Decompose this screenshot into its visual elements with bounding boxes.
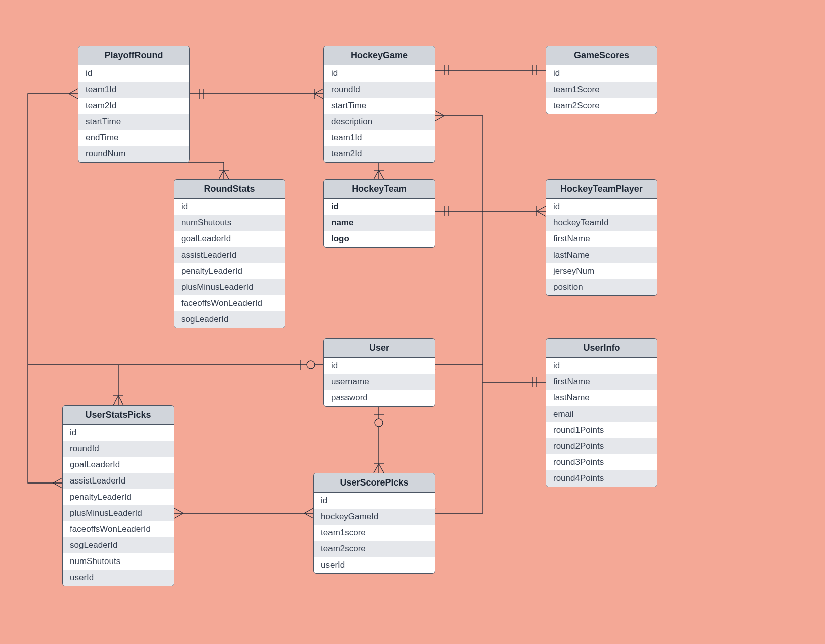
field: sogLeaderId [174,311,285,328]
entity-userstatspicks[interactable]: UserStatsPicks id roundId goalLeaderId a… [62,405,174,586]
svg-point-49 [375,419,383,427]
field: userId [314,557,435,573]
svg-line-55 [174,513,183,518]
field: faceoffsWonLeaderId [63,521,174,537]
field: id [324,65,435,82]
field: hockeyTeamId [546,215,657,231]
field: team2Id [78,98,189,114]
field: firstName [546,231,657,247]
svg-line-14 [219,170,224,179]
rel-hockeyteam-hockeyteamplayer [435,206,546,216]
svg-line-27 [537,206,546,211]
field: id [324,199,435,215]
entity-title: UserStatsPicks [63,406,174,425]
field: id [546,65,657,82]
field: id [546,358,657,374]
field: numShutouts [174,215,285,231]
field: round3Points [546,454,657,470]
field: roundId [324,82,435,98]
field: logo [324,231,435,247]
field: name [324,215,435,231]
svg-line-33 [435,111,444,116]
rel-hockeygame-gamescores [435,65,546,75]
svg-line-22 [379,170,384,179]
svg-line-42 [53,483,62,488]
svg-line-15 [224,170,229,179]
svg-line-34 [435,116,444,121]
field: lastName [546,247,657,263]
svg-line-39 [69,89,78,94]
svg-line-4 [314,94,323,99]
field: startTime [324,98,435,114]
field: team2Id [324,146,435,162]
field: id [174,199,285,215]
field: roundId [63,441,174,457]
field: password [324,390,435,406]
svg-line-40 [69,94,78,99]
entity-title: UserScorePicks [314,473,435,493]
field: endTime [78,130,189,146]
field: team1score [314,525,435,541]
field: team1Id [324,130,435,146]
field: penaltyLeaderId [174,263,285,279]
field: team2Score [546,98,657,114]
field: hockeyGameId [314,509,435,525]
field: firstName [546,374,657,390]
field: position [546,279,657,295]
entity-userinfo[interactable]: UserInfo id firstName lastName email rou… [546,338,657,487]
entity-hockeyteamplayer[interactable]: HockeyTeamPlayer id hockeyTeamId firstNa… [546,179,657,296]
field: goalLeaderId [63,457,174,473]
field: id [546,199,657,215]
entity-user[interactable]: User id username password [323,338,435,407]
entity-hockeygame[interactable]: HockeyGame id roundId startTime descript… [323,46,435,163]
rel-playoffround-hockeygame [190,89,323,99]
field: round1Points [546,422,657,438]
field: email [546,406,657,422]
entity-gamescores[interactable]: GameScores id team1Score team2Score [546,46,657,114]
entity-title: HockeyGame [324,46,435,65]
svg-line-50 [374,464,379,473]
svg-line-45 [118,396,123,405]
field: id [324,358,435,374]
field: faceoffsWonLeaderId [174,295,285,311]
entity-title: RoundStats [174,180,285,199]
entity-hockeyteam[interactable]: HockeyTeam id name logo [323,179,435,248]
field: id [63,425,174,441]
field: assistLeaderId [174,247,285,263]
rel-userstatspicks-top [113,365,123,405]
field: numShutouts [63,553,174,570]
rel-userstatspicks-userscorepicks [174,508,313,518]
field: sogLeaderId [63,537,174,553]
svg-line-3 [314,89,323,94]
entity-title: UserInfo [546,339,657,358]
field: jerseyNum [546,263,657,279]
entity-title: PlayoffRound [78,46,189,65]
field: username [324,374,435,390]
entity-playoffround[interactable]: PlayoffRound id team1Id team2Id startTim… [78,46,190,163]
svg-line-56 [304,508,313,513]
entity-title: HockeyTeamPlayer [546,180,657,199]
field: team1Score [546,82,657,98]
entity-roundstats[interactable]: RoundStats id numShutouts goalLeaderId a… [174,179,285,328]
rel-user-userscorepicks [374,405,384,473]
svg-line-54 [174,508,183,513]
entity-title: User [324,339,435,358]
entity-title: GameScores [546,46,657,65]
field: userId [63,570,174,586]
entity-title: HockeyTeam [324,180,435,199]
svg-line-21 [374,170,379,179]
field: id [78,65,189,82]
field: plusMinusLeaderId [174,279,285,295]
field: startTime [78,114,189,130]
field: goalLeaderId [174,231,285,247]
svg-line-51 [379,464,384,473]
svg-line-28 [537,211,546,216]
svg-point-37 [307,361,315,369]
field: description [324,114,435,130]
field: round4Points [546,470,657,487]
svg-line-44 [113,396,118,405]
rel-user-branch [426,111,546,387]
entity-userscorepicks[interactable]: UserScorePicks id hockeyGameId team1scor… [313,473,435,574]
svg-line-41 [53,478,62,483]
field: round2Points [546,438,657,454]
